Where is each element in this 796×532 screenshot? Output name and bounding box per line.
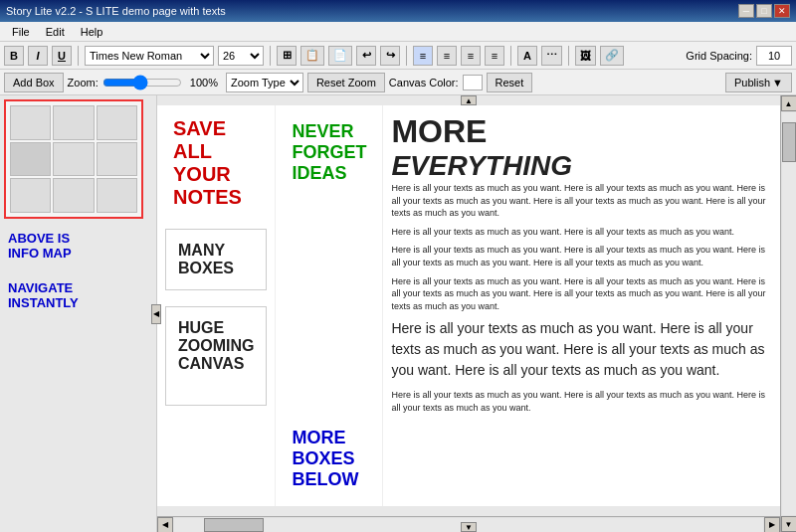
align-justify-button[interactable]: ≡ — [485, 46, 504, 66]
save-notes-line1: SAVE ALL YOUR — [173, 117, 231, 185]
scrollbar-track[interactable] — [782, 112, 796, 515]
separator-4 — [510, 46, 511, 66]
scroll-left-button[interactable]: ◀ — [157, 517, 173, 533]
minimize-button[interactable]: ─ — [738, 4, 754, 18]
never-forget-box: NEVER FORGET IDEAS — [284, 113, 374, 192]
separator-1 — [78, 46, 79, 66]
body-text-4: Here is all your texts as much as you wa… — [391, 275, 772, 313]
zoom-label: Zoom: — [68, 77, 99, 89]
italic-button[interactable]: I — [28, 46, 48, 66]
grid-spacing-input[interactable] — [756, 46, 792, 66]
body-text-3: Here is all your texts as much as you wa… — [391, 244, 772, 268]
sidebar-line-2: INFO MAP — [8, 246, 148, 261]
redo-button[interactable]: ↪ — [380, 46, 400, 66]
underline-button[interactable]: U — [52, 46, 72, 66]
menu-edit[interactable]: Edit — [38, 24, 73, 40]
canvas-color-label: Canvas Color: — [389, 77, 459, 89]
more-boxes-line1: MORE BOXES — [292, 428, 366, 469]
maximize-button[interactable]: □ — [756, 4, 772, 18]
sidebar-line-3: NAVIGATE — [8, 280, 148, 295]
minimap-cell-9 — [97, 178, 137, 213]
ideas-text: IDEAS — [292, 163, 366, 184]
panel-toggle-arrow[interactable]: ◀ — [151, 304, 161, 324]
minimap-cell-8 — [53, 178, 94, 213]
minimap-cell-4 — [10, 142, 51, 177]
font-family-select[interactable]: Times New Roman Arial Verdana — [85, 46, 214, 66]
never-forget-text: NEVER FORGET — [292, 121, 366, 163]
format-btn-3[interactable]: 📄 — [328, 46, 352, 66]
canvas-color-swatch[interactable] — [463, 75, 483, 90]
many-boxes-box: MANY BOXES — [165, 229, 267, 290]
bold-button[interactable]: B — [4, 46, 24, 66]
style-btn-more[interactable]: ⋯ — [541, 46, 562, 66]
minimap-cell-7 — [10, 178, 51, 213]
main-area: ABOVE IS INFO MAP NAVIGATE INSTANTLY ◀ ▲… — [0, 95, 796, 532]
separator-2 — [270, 46, 271, 66]
window-controls: ─ □ ✕ — [738, 4, 790, 18]
canvas-column-1: SAVE ALL YOUR NOTES MANY BOXES HUGE ZOOM… — [157, 105, 276, 506]
left-panel: ABOVE IS INFO MAP NAVIGATE INSTANTLY — [0, 95, 157, 532]
zoom-slider[interactable] — [102, 75, 182, 90]
sidebar-line-1: ABOVE IS — [8, 231, 148, 246]
publish-label: Publish — [734, 77, 770, 89]
scrollbar-thumb[interactable] — [782, 122, 796, 162]
minimap-cell-1 — [10, 105, 51, 140]
scroll-down-btn[interactable]: ▼ — [781, 516, 797, 532]
toolbar-secondary: Add Box Zoom: 100% Zoom Type Reset Zoom … — [0, 70, 796, 95]
hscroll-thumb[interactable] — [204, 518, 264, 532]
save-notes-line2: NOTES — [173, 186, 242, 208]
align-right-button[interactable]: ≡ — [461, 46, 481, 66]
minimap-cell-2 — [53, 105, 94, 140]
canvas-wrapper: ▲ SAVE ALL YOUR NOTES MANY BOXES HUG — [157, 95, 780, 532]
minimap-cell-5 — [53, 142, 94, 177]
body-text-2: Here is all your texts as much as you wa… — [391, 226, 772, 239]
minimap-cell-3 — [97, 105, 137, 140]
publish-button[interactable]: Publish ▼ — [725, 73, 792, 92]
link-btn[interactable]: 🔗 — [600, 46, 624, 66]
everything-heading: EVERYTHING — [391, 150, 772, 182]
sidebar-navigate: NAVIGATE INSTANTLY — [4, 272, 152, 318]
undo-button[interactable]: ↩ — [356, 46, 376, 66]
minimap[interactable] — [4, 99, 143, 219]
separator-5 — [568, 46, 569, 66]
save-notes-box: SAVE ALL YOUR NOTES — [157, 105, 275, 221]
menu-bar: File Edit Help — [0, 22, 796, 42]
reset-zoom-button[interactable]: Reset Zoom — [307, 73, 385, 92]
zoom-type-select[interactable]: Zoom Type — [226, 73, 303, 92]
body-text-1: Here is all your texts as much as you wa… — [391, 182, 772, 220]
more-heading: MORE — [391, 113, 772, 150]
menu-help[interactable]: Help — [73, 24, 111, 40]
scroll-up-btn[interactable]: ▲ — [781, 95, 797, 111]
zoom-percent-display: 100% — [186, 77, 222, 89]
scroll-right-button[interactable]: ▶ — [764, 517, 780, 533]
huge-zooming-title: HUGE ZOOMING CANVAS — [178, 319, 254, 373]
save-notes-text: SAVE ALL YOUR NOTES — [173, 117, 259, 209]
grid-spacing-label: Grid Spacing: — [686, 50, 752, 62]
scroll-up-button[interactable]: ▲ — [461, 95, 477, 105]
many-boxes-title: MANY BOXES — [178, 242, 254, 277]
spacer-1 — [284, 192, 374, 420]
format-btn-1[interactable]: ⊞ — [277, 46, 297, 66]
separator-3 — [406, 46, 407, 66]
format-btn-2[interactable]: 📋 — [300, 46, 324, 66]
font-size-select[interactable]: 26 12 14 18 24 36 — [218, 46, 264, 66]
reset-button[interactable]: Reset — [487, 73, 533, 92]
app-title: Story Lite v2.2 - S LITE demo page with … — [6, 5, 226, 17]
menu-file[interactable]: File — [4, 24, 38, 40]
style-btn-A[interactable]: A — [517, 46, 537, 66]
huge-zooming-box: HUGE ZOOMING CANVAS — [165, 306, 267, 406]
canvas-content[interactable]: SAVE ALL YOUR NOTES MANY BOXES HUGE ZOOM… — [157, 105, 780, 506]
sidebar-line-4: INSTANTLY — [8, 295, 148, 310]
more-boxes-line2: BELOW — [292, 469, 366, 490]
scroll-down-button[interactable]: ▼ — [461, 522, 477, 532]
title-bar: Story Lite v2.2 - S LITE demo page with … — [0, 0, 796, 22]
grid-spacing-group: Grid Spacing: — [686, 46, 792, 66]
add-box-button[interactable]: Add Box — [4, 73, 64, 92]
align-center-button[interactable]: ≡ — [437, 46, 457, 66]
vertical-scrollbar: ▲ ▼ — [780, 95, 796, 532]
minimap-grid — [10, 105, 137, 213]
close-button[interactable]: ✕ — [774, 4, 790, 18]
body-text-5: Here is all your texts as much as you wa… — [391, 389, 772, 414]
image-btn[interactable]: 🖼 — [575, 46, 596, 66]
align-left-button[interactable]: ≡ — [413, 46, 433, 66]
